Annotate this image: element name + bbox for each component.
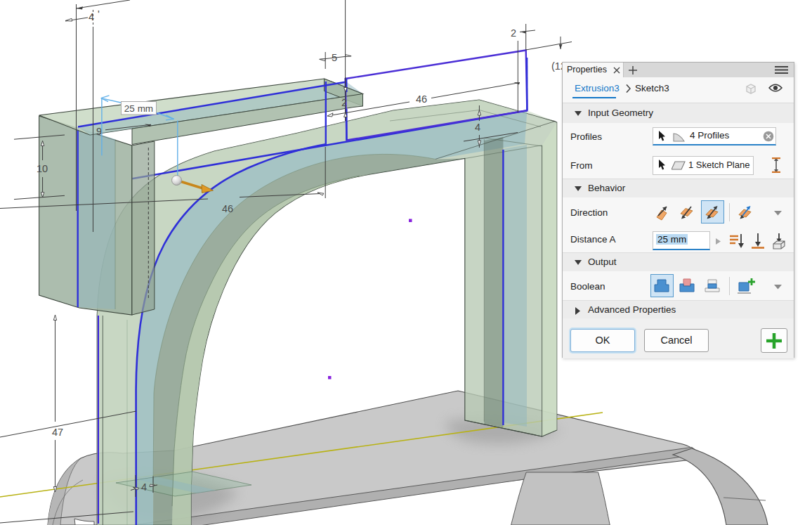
svg-text:46: 46 — [416, 93, 427, 105]
svg-text:5: 5 — [332, 52, 337, 63]
svg-text:46: 46 — [222, 203, 233, 214]
svg-text:4: 4 — [475, 122, 480, 133]
svg-text:25 mm: 25 mm — [124, 103, 153, 114]
svg-text:2: 2 — [341, 97, 347, 108]
svg-text:4: 4 — [141, 481, 147, 493]
svg-text:4: 4 — [89, 11, 94, 22]
svg-text:2: 2 — [511, 27, 516, 39]
svg-text:47: 47 — [52, 427, 63, 438]
svg-text:10: 10 — [37, 163, 48, 174]
svg-text:9: 9 — [96, 126, 102, 137]
svg-text:': ' — [98, 8, 100, 20]
